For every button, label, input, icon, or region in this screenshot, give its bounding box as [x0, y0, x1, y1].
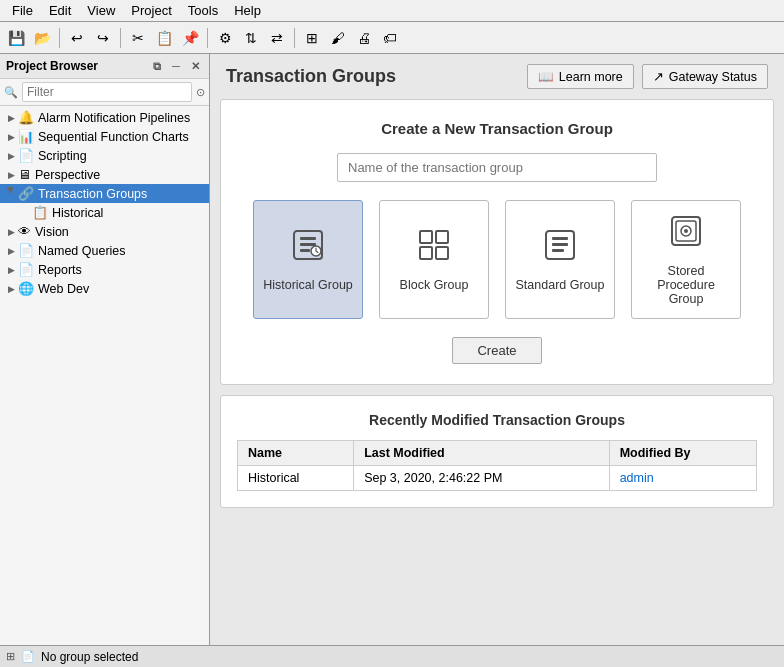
- group-cards: Historical Group Block Group: [241, 200, 753, 319]
- content-area: Transaction Groups 📖 Learn more ↗ Gatewa…: [210, 54, 784, 645]
- col-modified-by: Modified By: [609, 441, 756, 466]
- filter-input[interactable]: [22, 82, 192, 102]
- namedqueries-arrow-icon: ▶: [4, 246, 18, 256]
- create-section: Create a New Transaction Group: [220, 99, 774, 385]
- toolbar: 💾 📂 ↩ ↪ ✂ 📋 📌 ⚙ ⇅ ⇄ ⊞ 🖌 🖨 🏷: [0, 22, 784, 54]
- sidebar-restore-icon[interactable]: ⧉: [149, 58, 165, 74]
- config-button[interactable]: ⚙: [213, 26, 237, 50]
- svg-rect-1: [300, 237, 316, 240]
- filter-options-icon[interactable]: ⊙: [196, 86, 205, 99]
- alarm-arrow-icon: ▶: [4, 113, 18, 123]
- standard-card-icon: [542, 227, 578, 270]
- sidebar-item-historical[interactable]: ▶ 📋 Historical: [14, 203, 209, 222]
- gateway-icon: ↗: [653, 69, 664, 84]
- webdev-icon: 🌐: [18, 281, 34, 296]
- redo-button[interactable]: ↪: [91, 26, 115, 50]
- filter-search-icon: 🔍: [4, 86, 18, 99]
- sidebar-item-namedqueries[interactable]: ▶ 📄 Named Queries: [0, 241, 209, 260]
- sidebar-item-scripting[interactable]: ▶ 📄 Scripting: [0, 146, 209, 165]
- sidebar-item-perspective[interactable]: ▶ 🖥 Perspective: [0, 165, 209, 184]
- col-name: Name: [238, 441, 354, 466]
- svg-rect-2: [300, 243, 316, 246]
- group-name-input[interactable]: [337, 153, 657, 182]
- menu-view[interactable]: View: [79, 1, 123, 20]
- perspective-label: Perspective: [35, 168, 100, 182]
- sidebar-item-vision[interactable]: ▶ 👁 Vision: [0, 222, 209, 241]
- alarm-icon: 🔔: [18, 110, 34, 125]
- webdev-label: Web Dev: [38, 282, 89, 296]
- transaction-arrow-icon: ▶: [6, 187, 16, 201]
- page-title: Transaction Groups: [226, 66, 396, 87]
- row-modified-by[interactable]: admin: [609, 466, 756, 491]
- block-card-icon: [416, 227, 452, 270]
- svg-rect-12: [552, 249, 564, 252]
- row-last-modified: Sep 3, 2020, 2:46:22 PM: [354, 466, 610, 491]
- historical-group-card[interactable]: Historical Group: [253, 200, 363, 319]
- menu-tools[interactable]: Tools: [180, 1, 226, 20]
- print-button[interactable]: 🖨: [352, 26, 376, 50]
- copy-button[interactable]: 📋: [152, 26, 176, 50]
- standard-group-card[interactable]: Standard Group: [505, 200, 615, 319]
- sidebar-item-transaction[interactable]: ▶ 🔗 Transaction Groups: [0, 184, 209, 203]
- historical-group-label: Historical Group: [263, 278, 353, 292]
- menu-help[interactable]: Help: [226, 1, 269, 20]
- sidebar: Project Browser ⧉ ─ ✕ 🔍 ⊙ ▶ 🔔 Alarm Noti…: [0, 54, 210, 645]
- align2-button[interactable]: ⇄: [265, 26, 289, 50]
- modified-by-link[interactable]: admin: [620, 471, 654, 485]
- create-title: Create a New Transaction Group: [241, 120, 753, 137]
- svg-rect-6: [436, 231, 448, 243]
- namedqueries-label: Named Queries: [38, 244, 126, 258]
- svg-rect-11: [552, 243, 568, 246]
- create-button[interactable]: Create: [452, 337, 541, 364]
- undo-button[interactable]: ↩: [65, 26, 89, 50]
- reports-label: Reports: [38, 263, 82, 277]
- stored-group-label: Stored Procedure Group: [640, 264, 732, 306]
- sidebar-filter-bar: 🔍 ⊙: [0, 79, 209, 106]
- block-group-card[interactable]: Block Group: [379, 200, 489, 319]
- align-button[interactable]: ⇅: [239, 26, 263, 50]
- perspective-icon: 🖥: [18, 167, 31, 182]
- sfc-label: Sequential Function Charts: [38, 130, 189, 144]
- new-button[interactable]: 💾: [4, 26, 28, 50]
- sidebar-close-icon[interactable]: ✕: [187, 58, 203, 74]
- svg-rect-7: [420, 247, 432, 259]
- scripting-arrow-icon: ▶: [4, 151, 18, 161]
- menu-edit[interactable]: Edit: [41, 1, 79, 20]
- transaction-children: ▶ 📋 Historical: [0, 203, 209, 222]
- scripting-label: Scripting: [38, 149, 87, 163]
- transaction-icon: 🔗: [18, 186, 34, 201]
- historical-label: Historical: [52, 206, 103, 220]
- open-button[interactable]: 📂: [30, 26, 54, 50]
- stored-group-card[interactable]: Stored Procedure Group: [631, 200, 741, 319]
- sidebar-item-reports[interactable]: ▶ 📄 Reports: [0, 260, 209, 279]
- paint-button[interactable]: 🖌: [326, 26, 350, 50]
- stored-card-icon: [668, 213, 704, 256]
- paste-button[interactable]: 📌: [178, 26, 202, 50]
- grid-button[interactable]: ⊞: [300, 26, 324, 50]
- tag-button[interactable]: 🏷: [378, 26, 402, 50]
- status-grid-icon: ⊞: [6, 650, 15, 663]
- book-icon: 📖: [538, 69, 554, 84]
- table-header-row: Name Last Modified Modified By: [238, 441, 757, 466]
- recent-section: Recently Modified Transaction Groups Nam…: [220, 395, 774, 508]
- gateway-status-button[interactable]: ↗ Gateway Status: [642, 64, 768, 89]
- alarm-label: Alarm Notification Pipelines: [38, 111, 190, 125]
- menu-file[interactable]: File: [4, 1, 41, 20]
- status-message: No group selected: [41, 650, 138, 664]
- toolbar-sep-1: [59, 28, 60, 48]
- svg-rect-5: [420, 231, 432, 243]
- sidebar-item-webdev[interactable]: ▶ 🌐 Web Dev: [0, 279, 209, 298]
- svg-rect-8: [436, 247, 448, 259]
- status-bar: ⊞ 📄 No group selected: [0, 645, 784, 667]
- learn-more-button[interactable]: 📖 Learn more: [527, 64, 634, 89]
- cut-button[interactable]: ✂: [126, 26, 150, 50]
- sidebar-title: Project Browser: [6, 59, 98, 73]
- scripting-icon: 📄: [18, 148, 34, 163]
- sidebar-item-sfc[interactable]: ▶ 📊 Sequential Function Charts: [0, 127, 209, 146]
- content-header: Transaction Groups 📖 Learn more ↗ Gatewa…: [210, 54, 784, 99]
- sidebar-header-icons: ⧉ ─ ✕: [149, 58, 203, 74]
- sidebar-minimize-icon[interactable]: ─: [168, 58, 184, 74]
- reports-arrow-icon: ▶: [4, 265, 18, 275]
- menu-project[interactable]: Project: [123, 1, 179, 20]
- sidebar-item-alarm[interactable]: ▶ 🔔 Alarm Notification Pipelines: [0, 108, 209, 127]
